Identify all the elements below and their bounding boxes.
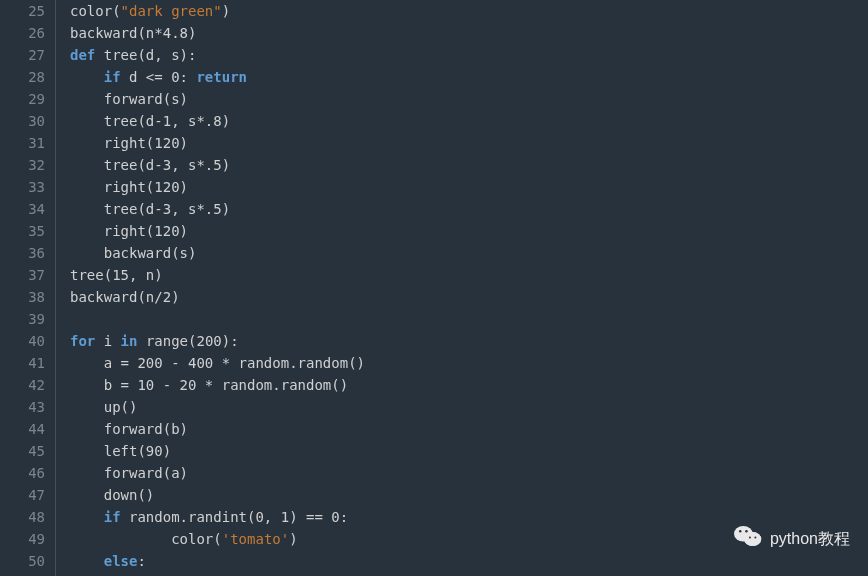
line-number: 46 [0,462,45,484]
code-line[interactable]: backward(n*4.8) [70,22,868,44]
code-line[interactable]: right(120) [70,220,868,242]
line-number: 44 [0,418,45,440]
line-number: 45 [0,440,45,462]
code-line[interactable]: right(120) [70,176,868,198]
code-line[interactable] [70,308,868,330]
code-line[interactable]: backward(n/2) [70,286,868,308]
watermark: python教程 [734,524,850,554]
line-number: 27 [0,44,45,66]
line-number-gutter: 2526272829303132333435363738394041424344… [0,0,56,576]
line-number: 31 [0,132,45,154]
line-number: 30 [0,110,45,132]
svg-point-5 [745,530,747,532]
line-number: 36 [0,242,45,264]
code-editor: 2526272829303132333435363738394041424344… [0,0,868,576]
code-line[interactable]: for i in range(200): [70,330,868,352]
svg-point-6 [749,537,751,539]
line-number: 33 [0,176,45,198]
code-line[interactable]: b = 10 - 20 * random.random() [70,374,868,396]
line-number: 32 [0,154,45,176]
line-number: 38 [0,286,45,308]
code-line[interactable]: if d <= 0: return [70,66,868,88]
code-line[interactable]: color("dark green") [70,0,868,22]
code-line[interactable]: a = 200 - 400 * random.random() [70,352,868,374]
code-line[interactable]: tree(15, n) [70,264,868,286]
code-line[interactable]: forward(a) [70,462,868,484]
line-number: 49 [0,528,45,550]
svg-point-7 [754,537,756,539]
line-number: 29 [0,88,45,110]
svg-point-4 [739,530,741,532]
code-line[interactable]: up() [70,396,868,418]
code-line[interactable]: forward(s) [70,88,868,110]
line-number: 39 [0,308,45,330]
line-number: 43 [0,396,45,418]
code-line[interactable]: backward(s) [70,242,868,264]
line-number: 42 [0,374,45,396]
line-number: 34 [0,198,45,220]
watermark-text: python教程 [770,528,850,550]
code-line[interactable]: def tree(d, s): [70,44,868,66]
code-line[interactable]: tree(d-3, s*.5) [70,198,868,220]
line-number: 47 [0,484,45,506]
code-line[interactable]: left(90) [70,440,868,462]
code-line[interactable]: tree(d-1, s*.8) [70,110,868,132]
code-line[interactable]: right(120) [70,132,868,154]
code-area[interactable]: color("dark green")backward(n*4.8)def tr… [56,0,868,576]
line-number: 35 [0,220,45,242]
line-number: 28 [0,66,45,88]
line-number: 37 [0,264,45,286]
line-number: 26 [0,22,45,44]
svg-point-3 [744,532,761,546]
line-number: 50 [0,550,45,572]
line-number: 40 [0,330,45,352]
wechat-icon [734,524,762,554]
code-line[interactable]: tree(d-3, s*.5) [70,154,868,176]
line-number: 41 [0,352,45,374]
line-number: 25 [0,0,45,22]
code-line[interactable]: forward(b) [70,418,868,440]
code-line[interactable]: down() [70,484,868,506]
line-number: 48 [0,506,45,528]
